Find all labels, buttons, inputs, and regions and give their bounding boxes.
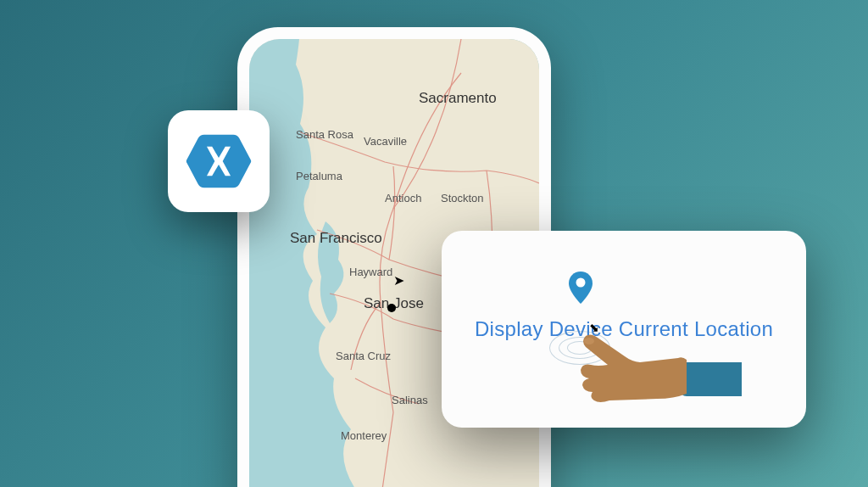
location-card[interactable]: Display Device Current Location — [442, 231, 806, 428]
small-cursor-icon: ⬊ — [589, 321, 599, 334]
city-santa-rosa: Santa Rosa — [296, 128, 353, 141]
city-antioch: Antioch — [385, 192, 421, 204]
city-hayward: Hayward — [349, 266, 392, 278]
location-dot-icon — [387, 304, 396, 312]
city-salinas: Salinas — [392, 394, 428, 406]
xamarin-app-icon — [168, 110, 270, 212]
city-petaluma: Petaluma — [296, 170, 342, 182]
city-vacaville: Vacaville — [364, 135, 407, 148]
city-monterey: Monterey — [341, 429, 387, 442]
city-sacramento: Sacramento — [419, 90, 497, 107]
city-santa-cruz: Santa Cruz — [336, 350, 391, 362]
xamarin-logo-icon — [186, 128, 252, 194]
city-stockton: Stockton — [441, 192, 484, 204]
svg-point-0 — [576, 278, 586, 288]
city-san-francisco: San Francisco — [290, 230, 382, 247]
ripple-icon — [549, 331, 610, 365]
cursor-icon: ➤ — [393, 272, 404, 288]
location-pin-icon — [569, 271, 593, 304]
card-label: Display Device Current Location — [475, 317, 773, 341]
